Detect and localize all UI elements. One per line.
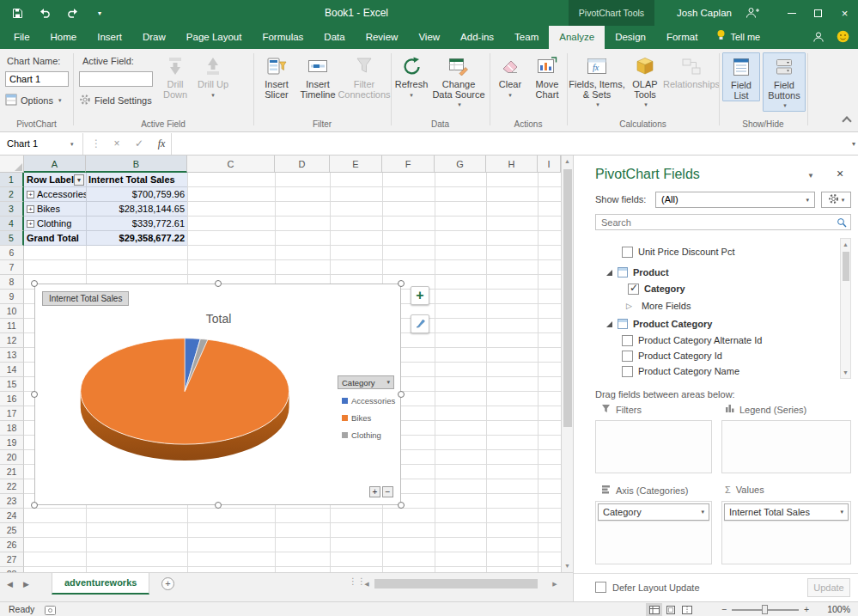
formula-bar-handle-icon[interactable]: ⋮ xyxy=(86,133,106,155)
field-settings-button[interactable]: Field Settings xyxy=(79,94,152,107)
legend-drop-area[interactable] xyxy=(721,420,851,473)
prev-sheet-icon[interactable]: ◀ xyxy=(7,580,13,589)
filter-connections-button[interactable]: Filter Connections xyxy=(339,52,389,100)
cell-a5[interactable]: Grand Total xyxy=(24,231,86,246)
row-header[interactable]: 21 xyxy=(0,465,24,479)
change-data-source-button[interactable]: Change Data Source▾ xyxy=(431,52,486,110)
tab-design[interactable]: Design xyxy=(605,26,656,49)
scroll-left-icon[interactable]: ◀ xyxy=(361,581,373,588)
row-header[interactable]: 9 xyxy=(0,290,24,304)
select-all-corner[interactable] xyxy=(0,156,24,173)
filters-drop-area[interactable] xyxy=(595,420,712,473)
column-header[interactable]: C xyxy=(187,156,275,173)
checkbox[interactable] xyxy=(622,247,633,258)
row-header[interactable]: 3 xyxy=(0,202,24,217)
vertical-scroll-thumb[interactable] xyxy=(563,169,572,427)
tab-formulas[interactable]: Formulas xyxy=(252,26,313,49)
cell-b2[interactable]: $700,759.96 xyxy=(86,187,187,202)
column-header[interactable]: D xyxy=(275,156,330,173)
chart-elements-button[interactable]: + xyxy=(411,286,429,305)
column-header[interactable]: I xyxy=(538,156,561,173)
more-fields-item[interactable]: ▷More Fields xyxy=(626,298,691,314)
row-header[interactable]: 17 xyxy=(0,406,24,421)
row-header[interactable]: 27 xyxy=(0,552,24,567)
row-header[interactable]: 22 xyxy=(0,479,24,494)
chart-legend-field-button[interactable]: Category▾ xyxy=(338,375,394,389)
collapsed-triangle-icon[interactable]: ▷ xyxy=(626,302,632,310)
cancel-icon[interactable]: × xyxy=(106,133,127,155)
enter-check-icon[interactable]: ✓ xyxy=(129,133,149,155)
field-list-scrollbar[interactable]: ▲ ▼ xyxy=(840,238,851,379)
olap-tools-button[interactable]: OLAP Tools▾ xyxy=(627,52,663,110)
share-icon[interactable] xyxy=(745,7,759,21)
close-button[interactable]: × xyxy=(831,0,858,26)
field-item-product-category-alternate-id[interactable]: Product Category Alternate Id xyxy=(622,332,762,348)
field-list-scroll-thumb[interactable] xyxy=(843,252,849,281)
cell-a4[interactable]: +Clothing xyxy=(24,217,86,231)
zoom-percentage[interactable]: 100% xyxy=(818,602,850,616)
row-header[interactable]: 1 xyxy=(0,173,24,187)
scroll-down-icon[interactable]: ▼ xyxy=(562,560,573,572)
row-header[interactable]: 19 xyxy=(0,436,24,450)
row-header[interactable]: 10 xyxy=(0,304,24,319)
row-header[interactable]: 25 xyxy=(0,523,24,538)
row-header[interactable]: 26 xyxy=(0,538,24,552)
minimize-button[interactable] xyxy=(778,0,805,26)
expand-formula-bar-icon[interactable]: ▾ xyxy=(852,133,855,155)
pane-close-icon[interactable]: × xyxy=(837,167,843,180)
next-sheet-icon[interactable]: ▶ xyxy=(23,580,29,589)
page-break-view-button[interactable] xyxy=(678,603,695,616)
scroll-up-icon[interactable]: ▲ xyxy=(841,239,850,250)
row-header[interactable]: 16 xyxy=(0,392,24,406)
row-header[interactable]: 12 xyxy=(0,333,24,348)
chart-resize-handle[interactable] xyxy=(31,502,38,509)
tab-home[interactable]: Home xyxy=(40,26,88,49)
grid[interactable]: ABCDEFGHI 123456789101112131415161718192… xyxy=(0,156,561,572)
table-item-product[interactable]: Product xyxy=(606,265,669,280)
cell-b4[interactable]: $339,772.61 xyxy=(86,217,187,231)
expanded-triangle-icon[interactable] xyxy=(606,321,612,327)
pivot-chart[interactable]: Internet Total Sales Total Category▾ xyxy=(34,284,401,505)
zoom-in-button[interactable]: + xyxy=(804,602,809,616)
tab-draw[interactable]: Draw xyxy=(132,26,176,49)
tab-insert[interactable]: Insert xyxy=(87,26,132,49)
show-fields-dropdown[interactable]: (All)▾ xyxy=(655,192,815,208)
tell-me[interactable]: Tell me xyxy=(708,26,769,49)
row-header[interactable]: 18 xyxy=(0,421,24,436)
legend-item[interactable]: Clothing xyxy=(342,430,381,440)
formula-input[interactable] xyxy=(171,133,843,155)
tab-view[interactable]: View xyxy=(408,26,450,49)
checkbox[interactable] xyxy=(622,351,633,362)
insert-timeline-button[interactable]: Insert Timeline xyxy=(298,52,338,100)
expand-entire-field-button[interactable]: + xyxy=(369,486,380,497)
cell-a3[interactable]: +Bikes xyxy=(24,202,86,217)
search-box[interactable] xyxy=(595,214,851,230)
chart-resize-handle[interactable] xyxy=(398,280,405,287)
fields-items-sets-button[interactable]: fx Fields, Items, & Sets▾ xyxy=(569,52,625,110)
row-header[interactable]: 4 xyxy=(0,217,24,231)
sheet-tab-adventureworks[interactable]: adventureworks xyxy=(52,573,149,595)
update-button[interactable]: Update xyxy=(807,578,850,597)
row-header[interactable]: 5 xyxy=(0,231,24,246)
maximize-button[interactable] xyxy=(805,0,831,26)
column-header[interactable]: E xyxy=(330,156,382,173)
row-header[interactable]: 15 xyxy=(0,377,24,392)
options-button[interactable]: Options▾ xyxy=(5,94,61,107)
row-header[interactable]: 13 xyxy=(0,348,24,363)
row-header[interactable]: 11 xyxy=(0,319,24,333)
tab-addins[interactable]: Add-ins xyxy=(450,26,504,49)
zoom-out-button[interactable]: − xyxy=(721,602,727,616)
chart-title[interactable]: Total xyxy=(35,312,402,326)
row-header[interactable]: 6 xyxy=(0,246,24,260)
column-header[interactable]: H xyxy=(486,156,538,173)
field-item-category[interactable]: Category xyxy=(628,281,685,296)
collapse-entire-field-button[interactable]: − xyxy=(382,486,393,497)
collapse-ribbon-chevron-icon[interactable] xyxy=(842,116,851,125)
values-field-chip[interactable]: Internet Total Sales▾ xyxy=(724,503,849,521)
cell-b5[interactable]: $29,358,677.22 xyxy=(86,231,187,246)
checkbox[interactable] xyxy=(622,335,633,346)
pane-options-dropdown-icon[interactable]: ▼ xyxy=(807,172,814,180)
search-input[interactable] xyxy=(596,215,850,229)
chart-name-input[interactable] xyxy=(5,71,69,87)
row-header[interactable]: 8 xyxy=(0,275,24,290)
